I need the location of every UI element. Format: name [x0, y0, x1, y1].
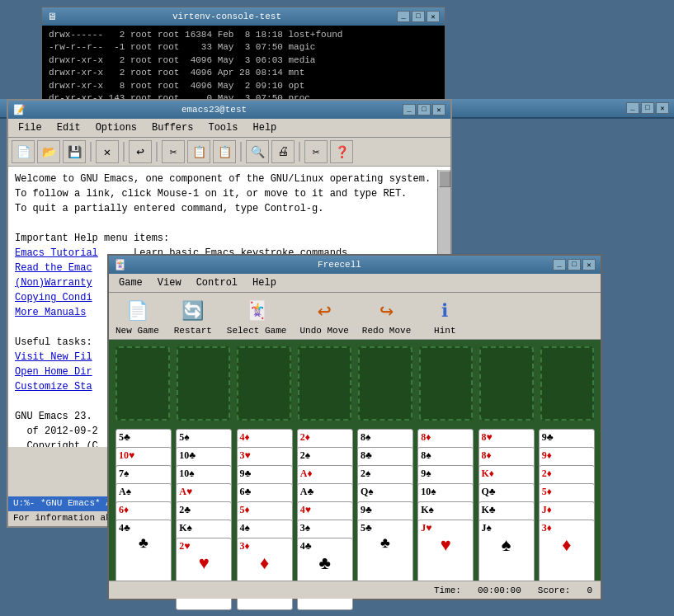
freecell-status: Time: 00:00:00 Score: 0: [109, 581, 601, 599]
select-game-label: Select Game: [227, 326, 287, 336]
toolbar-cut[interactable]: ✂: [162, 140, 185, 163]
toolbar-sep4: [240, 142, 242, 162]
undo-icon: ↩: [309, 296, 339, 326]
toolbar-sep2: [123, 142, 125, 162]
emacs-menu-buffers[interactable]: Buffers: [145, 120, 200, 135]
freecell-close[interactable]: ✕: [582, 259, 596, 270]
main-controls: _ □ ✕: [626, 102, 669, 114]
restart-label: Restart: [174, 326, 212, 336]
main-close[interactable]: ✕: [656, 102, 669, 114]
freecell-hint[interactable]: ℹ Hint: [424, 296, 465, 336]
freecell-window: 🃏 Freecell _ □ ✕ Game View Control Help …: [107, 254, 602, 600]
main-minimize[interactable]: _: [626, 102, 639, 114]
emacs-home-link[interactable]: Open Home Dir: [15, 366, 92, 378]
card[interactable]: 3♦ ♦: [237, 538, 293, 610]
foundation-2[interactable]: [419, 346, 474, 421]
toolbar-open[interactable]: 📂: [37, 140, 60, 163]
emacs-customize-link[interactable]: Customize Sta: [15, 381, 92, 393]
main-maximize[interactable]: □: [641, 102, 654, 114]
freecell-icon: 🃏: [114, 259, 126, 271]
terminal-line-2: -rw-r--r-- -1 root root 33 May 3 07:50 m…: [49, 41, 438, 54]
emacs-titlebar: 📝 emacs23@test _ □ ✕: [8, 101, 450, 119]
toolbar-sep5: [299, 142, 300, 162]
emacs-menu-help[interactable]: Help: [246, 120, 283, 135]
freecell-select-game[interactable]: 🃏 Select Game: [227, 296, 287, 336]
emacs-menu-tools[interactable]: Tools: [201, 120, 244, 135]
score-value: 0: [587, 585, 592, 595]
freecell-minimize[interactable]: _: [553, 259, 566, 270]
emacs-copying-link[interactable]: Copying Condi: [15, 292, 92, 303]
foundation-1[interactable]: [358, 346, 412, 421]
freecell-board: 5♣ ♣♣♣♣♣ 10♥ 7♠ A♠ 6♦: [109, 340, 601, 595]
terminal-line-5: drwxr-xr-x 8 root root 4096 May 2 09:10 …: [49, 80, 438, 92]
free-slot-3[interactable]: [237, 346, 291, 421]
emacs-warranty-link[interactable]: (Non)Warranty: [15, 277, 92, 289]
toolbar-help[interactable]: ❓: [330, 140, 353, 163]
emacs-controls: _ □ ✕: [403, 104, 445, 115]
freecell-undo[interactable]: ↩ Undo Move: [299, 296, 348, 336]
emacs-tutorial-link[interactable]: Emacs Tutorial: [15, 247, 98, 259]
terminal-close[interactable]: ✕: [427, 11, 440, 22]
terminal-line-4: drwxr-xr-x 2 root root 4096 Apr 28 08:14…: [49, 67, 438, 79]
emacs-close[interactable]: ✕: [432, 104, 445, 115]
toolbar-search[interactable]: 🔍: [246, 140, 269, 163]
toolbar-customize[interactable]: ✂: [304, 140, 328, 163]
emacs-menu-options[interactable]: Options: [89, 120, 144, 135]
emacs-line-3: To quit a partially entered command, typ…: [15, 201, 444, 216]
freecell-maximize[interactable]: □: [568, 259, 581, 270]
freecell-restart[interactable]: 🔄 Restart: [172, 296, 214, 336]
toolbar-save[interactable]: 💾: [63, 140, 86, 163]
terminal-minimize[interactable]: _: [397, 11, 410, 22]
freecell-titlebar: 🃏 Freecell _ □ ✕: [109, 256, 601, 274]
redo-icon: ↪: [372, 296, 402, 326]
terminal-maximize[interactable]: □: [412, 11, 425, 22]
terminal-title-left: 🖥: [47, 11, 57, 23]
toolbar-new[interactable]: 📄: [12, 140, 35, 163]
freecell-top-row: [115, 346, 594, 421]
foundation-3[interactable]: [479, 346, 534, 421]
emacs-minimize[interactable]: _: [403, 104, 416, 115]
toolbar-sep3: [156, 142, 158, 162]
toolbar-paste[interactable]: 📋: [213, 140, 236, 163]
freecell-menu-help[interactable]: Help: [246, 275, 283, 290]
emacs-line-2: To follow a link, click Mouse-1 on it, o…: [15, 186, 444, 201]
free-slot-4[interactable]: [298, 346, 352, 421]
free-slot-1[interactable]: [115, 346, 170, 421]
emacs-title: emacs23@test: [26, 105, 403, 115]
freecell-menu-control[interactable]: Control: [190, 275, 244, 290]
emacs-line-5: Important Help menu items:: [15, 231, 444, 246]
terminal-body: drwx------ 2 root root 16384 Feb 8 18:18…: [42, 26, 445, 105]
freecell-redo[interactable]: ↪ Redo Move: [362, 296, 411, 336]
emacs-toolbar: 📄 📂 💾 ✕ ↩ ✂ 📋 📋 🔍 🖨 ✂ ❓: [8, 138, 450, 167]
freecell-title: Freecell: [126, 260, 553, 270]
restart-icon: 🔄: [178, 296, 208, 326]
emacs-menu-edit[interactable]: Edit: [50, 120, 87, 135]
card[interactable]: 4♣ ♣: [297, 538, 353, 610]
toolbar-print[interactable]: 🖨: [271, 140, 295, 163]
emacs-menu-file[interactable]: File: [12, 120, 49, 135]
freecell-toolbar: 📄 New Game 🔄 Restart 🃏 Select Game ↩ Und…: [109, 293, 601, 340]
select-game-icon: 🃏: [242, 296, 271, 326]
emacs-visitfile-link[interactable]: Visit New Fil: [15, 351, 92, 363]
terminal-icon: 🖥: [47, 11, 57, 23]
foundation-4[interactable]: [540, 346, 595, 421]
freecell-controls: _ □ ✕: [553, 259, 596, 270]
free-slot-2[interactable]: [177, 346, 231, 421]
toolbar-copy[interactable]: 📋: [187, 140, 210, 163]
toolbar-undo[interactable]: ↩: [129, 140, 152, 163]
emacs-manuals-link[interactable]: More Manuals: [15, 307, 86, 318]
freecell-menu-game[interactable]: Game: [112, 275, 149, 290]
card[interactable]: 2♥ ♥: [176, 538, 232, 610]
freecell-menu-view[interactable]: View: [151, 275, 188, 290]
scrollbar-thumb[interactable]: [439, 171, 450, 187]
time-value: 00:00:00: [478, 585, 521, 595]
terminal-line-1: drwx------ 2 root root 16384 Feb 8 18:18…: [49, 29, 438, 41]
terminal-window: 🖥 virtenv-console-test _ □ ✕ drwx------ …: [41, 7, 445, 106]
toolbar-close[interactable]: ✕: [96, 140, 119, 163]
emacs-menubar: File Edit Options Buffers Tools Help: [8, 119, 450, 138]
emacs-maximize[interactable]: □: [417, 104, 431, 115]
emacs-manual-link[interactable]: Read the Emac: [15, 262, 92, 274]
emacs-line-1: Welcome to GNU Emacs, one component of t…: [15, 172, 444, 186]
score-label: Score:: [538, 585, 571, 595]
freecell-new-game[interactable]: 📄 New Game: [115, 296, 159, 336]
